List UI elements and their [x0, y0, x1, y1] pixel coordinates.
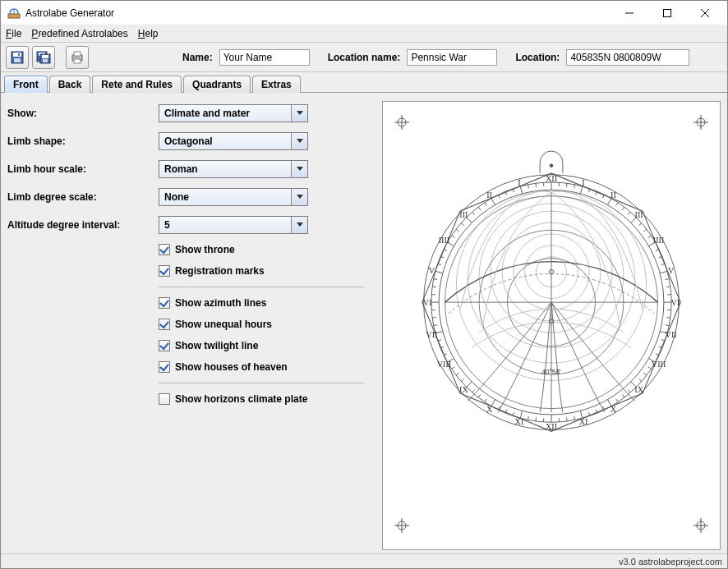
svg-text:I: I — [518, 178, 521, 187]
titlebar: Astrolabe Generator — [1, 1, 727, 25]
version-text: v3.0 astrolabeproject.com — [619, 557, 722, 567]
svg-line-98 — [485, 399, 487, 402]
location-input[interactable] — [566, 49, 689, 66]
separator — [159, 287, 364, 287]
svg-line-133 — [520, 186, 522, 194]
altitude-interval-label: Altitude degree interval: — [7, 219, 159, 231]
svg-text:XII: XII — [546, 422, 558, 431]
show-throne-label: Show throne — [175, 244, 235, 255]
svg-line-91 — [536, 417, 537, 421]
separator — [159, 383, 364, 383]
chevron-down-icon — [291, 133, 307, 149]
show-unequal-hours-label: Show unequal hours — [175, 319, 272, 330]
limb-shape-combo[interactable]: Octagonal — [159, 132, 308, 150]
show-horizons-checkbox[interactable] — [159, 393, 170, 405]
svg-line-102 — [461, 379, 463, 381]
location-name-input[interactable] — [407, 49, 497, 66]
svg-line-55 — [643, 229, 647, 232]
svg-rect-7 — [13, 53, 21, 57]
svg-line-128 — [485, 203, 487, 206]
svg-rect-13 — [42, 55, 48, 58]
location-name-label: Location name: — [328, 52, 401, 63]
registration-marks-checkbox[interactable] — [159, 265, 170, 277]
show-unequal-hours-checkbox[interactable] — [159, 319, 170, 330]
menu-help[interactable]: Help — [138, 28, 159, 39]
chevron-down-icon — [291, 105, 307, 122]
show-azimuth-label: Show azimuth lines — [175, 297, 266, 309]
svg-text:III: III — [459, 210, 468, 219]
svg-rect-14 — [43, 59, 48, 62]
registration-mark-icon — [693, 518, 708, 533]
svg-text:VII: VII — [666, 330, 678, 339]
chevron-down-icon — [291, 189, 307, 205]
svg-line-75 — [643, 373, 647, 375]
altitude-interval-combo[interactable]: 5 — [159, 216, 308, 234]
tab-quadrants[interactable]: Quadrants — [183, 76, 251, 93]
svg-line-54 — [638, 223, 641, 226]
name-input[interactable] — [219, 49, 310, 66]
svg-line-86 — [574, 416, 575, 420]
svg-line-116 — [434, 279, 438, 280]
svg-text:I: I — [582, 178, 585, 187]
registration-mark-icon — [693, 115, 708, 130]
show-houses-checkbox[interactable] — [159, 361, 170, 373]
show-twilight-checkbox[interactable] — [159, 340, 170, 351]
svg-line-115 — [432, 287, 436, 287]
limb-hour-combo[interactable]: Roman — [159, 160, 308, 178]
tab-extras[interactable]: Extras — [252, 76, 301, 93]
chevron-down-icon — [291, 161, 307, 177]
svg-text:X: X — [611, 405, 617, 414]
close-button[interactable] — [686, 2, 724, 25]
astrolabe-diagram: XIIIIIIIIIIIIVVIVIIVIIIIXXXIXIIXIXIXVIII… — [399, 141, 703, 486]
tab-back[interactable]: Back — [49, 76, 91, 93]
maximize-button[interactable] — [648, 2, 686, 25]
svg-text:II: II — [611, 190, 616, 200]
svg-line-76 — [638, 379, 641, 381]
svg-text:IIII: IIII — [653, 236, 665, 245]
svg-line-79 — [622, 394, 624, 397]
svg-rect-8 — [14, 58, 21, 62]
limb-degree-combo[interactable]: None — [159, 188, 308, 206]
tabs-strip: Front Back Rete and Rules Quadrants Extr… — [1, 72, 727, 92]
limb-degree-label: Limb degree scale: — [7, 191, 159, 203]
save-all-button[interactable] — [32, 46, 55, 69]
svg-marker-20 — [297, 139, 303, 143]
svg-text:V: V — [668, 266, 675, 275]
svg-line-87 — [566, 417, 567, 421]
svg-line-122 — [451, 236, 454, 238]
svg-line-63 — [666, 287, 670, 287]
tab-front[interactable]: Front — [4, 76, 48, 93]
svg-line-67 — [666, 318, 670, 319]
svg-line-100 — [472, 390, 475, 392]
svg-text:IIII: IIII — [439, 236, 450, 245]
svg-line-110 — [434, 325, 438, 326]
svg-text:VIII: VIII — [437, 360, 452, 369]
preview-panel: XIIIIIIIIIIIIVVIVIIVIIIIXXXIXIIXIXIXVIII… — [382, 101, 721, 550]
svg-line-50 — [616, 203, 619, 206]
svg-rect-16 — [74, 52, 81, 56]
svg-text:40°58': 40°58' — [541, 368, 561, 376]
svg-line-78 — [628, 390, 630, 392]
show-throne-checkbox[interactable] — [159, 244, 170, 255]
app-icon — [7, 7, 21, 20]
svg-text:XII: XII — [546, 174, 558, 183]
menu-file[interactable]: File — [6, 28, 21, 39]
svg-rect-3 — [664, 9, 671, 16]
svg-line-92 — [528, 416, 528, 420]
limb-hour-label: Limb hour scale: — [7, 163, 159, 175]
tab-rete-rules[interactable]: Rete and Rules — [92, 76, 182, 93]
show-combo[interactable]: Climate and mater — [159, 104, 308, 122]
show-label: Show: — [7, 108, 159, 119]
svg-line-124 — [461, 223, 463, 226]
svg-text:III: III — [635, 210, 644, 219]
print-button[interactable] — [66, 46, 89, 69]
svg-line-111 — [432, 318, 436, 319]
svg-point-36 — [550, 164, 553, 167]
svg-marker-21 — [297, 167, 303, 171]
minimize-button[interactable] — [611, 2, 648, 25]
svg-line-104 — [451, 367, 454, 369]
menu-predefined[interactable]: Predefined Astrolabes — [31, 28, 127, 39]
save-button[interactable] — [6, 46, 29, 69]
svg-line-99 — [478, 394, 481, 397]
show-azimuth-checkbox[interactable] — [159, 297, 170, 309]
